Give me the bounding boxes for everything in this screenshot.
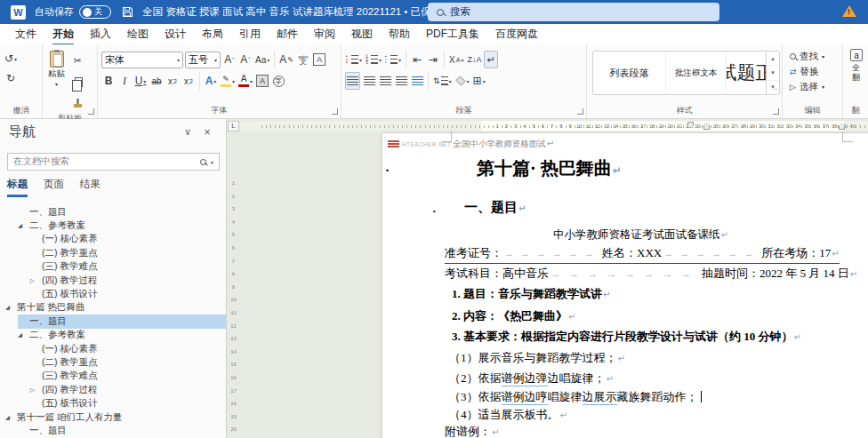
underline-button[interactable]: U▾ bbox=[133, 72, 148, 90]
nav-tree-item[interactable]: (二) 教学重点 bbox=[0, 246, 226, 259]
nav-tree-item[interactable]: ▷(四) 教学过程 bbox=[0, 274, 226, 287]
vertical-ruler[interactable]: 1 2 3 4 5 6 7 8 9 10 11 12 13 14 15 16 1… bbox=[229, 135, 238, 438]
replace-button[interactable]: ⇄替换 bbox=[783, 64, 842, 79]
horizontal-ruler[interactable]: 1234567891011121314151617181920212223242… bbox=[240, 121, 868, 131]
bold-button[interactable]: B bbox=[101, 72, 116, 90]
warning-icon[interactable] bbox=[842, 5, 856, 17]
menu-tab-插入[interactable]: 插入 bbox=[82, 23, 119, 46]
nav-pane-close-icon[interactable]: × bbox=[197, 125, 217, 139]
align-center-button[interactable] bbox=[362, 72, 376, 90]
nav-tree-item[interactable]: ▷(四) 教学过程 bbox=[0, 383, 226, 396]
distribute-button[interactable] bbox=[410, 72, 424, 90]
justify-button[interactable] bbox=[394, 72, 408, 90]
character-shading-button[interactable]: A bbox=[255, 72, 269, 90]
nav-tree-item[interactable]: ◢二、参考教案 bbox=[0, 329, 226, 342]
menu-tab-绘图[interactable]: 绘图 bbox=[119, 23, 157, 46]
asian-layout-button[interactable]: XA▾ bbox=[448, 51, 464, 68]
nav-tab-pages[interactable]: 页面 bbox=[44, 178, 64, 197]
multilevel-list-button[interactable]: ▪▫▫▾ bbox=[384, 51, 402, 68]
paste-button[interactable]: 粘贴 ▾ bbox=[43, 49, 70, 112]
save-icon[interactable] bbox=[122, 6, 133, 18]
nav-tree-item[interactable]: 一、题目 bbox=[0, 424, 226, 437]
nav-tab-results[interactable]: 结果 bbox=[80, 178, 100, 197]
bullets-button[interactable]: •••▾ bbox=[345, 51, 363, 68]
menu-tab-帮助[interactable]: 帮助 bbox=[381, 23, 418, 46]
nav-tree-item[interactable]: ◢第十篇 热巴舞曲 bbox=[0, 301, 226, 315]
gallery-down-icon[interactable]: ▼ bbox=[767, 66, 779, 80]
nav-tree-item[interactable]: (五) 板书设计 bbox=[0, 396, 226, 410]
menu-tab-开始[interactable]: 开始 bbox=[44, 23, 82, 46]
autosave-toggle[interactable]: 关 bbox=[79, 5, 111, 19]
font-color-button[interactable]: A▾ bbox=[237, 72, 253, 90]
nav-tree-item[interactable]: (三) 教学难点 bbox=[0, 260, 226, 274]
menu-tab-视图[interactable]: 视图 bbox=[343, 23, 381, 46]
grow-font-button[interactable]: Aˆ bbox=[222, 51, 237, 68]
nav-tree-item[interactable]: ◢二、参考教案 bbox=[0, 219, 226, 232]
menu-tab-审阅[interactable]: 审阅 bbox=[306, 23, 343, 46]
nav-tree-item[interactable]: (二) 教学重点 bbox=[0, 355, 226, 369]
nav-tree-item[interactable]: (五) 板书设计 bbox=[0, 287, 226, 300]
sort-button[interactable]: Z↓A bbox=[466, 51, 482, 68]
style-item[interactable]: 试题正 bbox=[727, 52, 766, 94]
collapse-icon[interactable]: ◢ bbox=[5, 414, 17, 421]
find-button[interactable]: 查找▾ bbox=[783, 49, 842, 64]
strikethrough-button[interactable]: ab bbox=[149, 72, 164, 90]
font-dialog-launcher[interactable] bbox=[332, 108, 338, 115]
nav-pane-options-icon[interactable]: ∨ bbox=[178, 126, 197, 138]
phonetic-guide-button[interactable]: wén文 bbox=[296, 51, 310, 68]
cut-button[interactable]: ✂ bbox=[70, 52, 84, 69]
borders-button[interactable]: ⊞▾ bbox=[472, 72, 486, 90]
font-name-combo[interactable]: 宋体▾ bbox=[101, 52, 183, 68]
enclose-characters-button[interactable]: 字 bbox=[271, 72, 285, 90]
clipboard-dialog-launcher[interactable] bbox=[88, 108, 94, 115]
nav-tree-item[interactable]: ◢第十一篇 咱们工人有力量 bbox=[0, 410, 226, 424]
nav-search-dropdown-icon[interactable]: ▾ bbox=[211, 159, 213, 165]
collapse-icon[interactable]: ◢ bbox=[18, 222, 29, 229]
translate-icon[interactable]: a bbox=[850, 49, 863, 61]
menu-tab-布局[interactable]: 布局 bbox=[194, 23, 231, 46]
superscript-button[interactable]: x2 bbox=[181, 72, 196, 90]
collapse-icon[interactable]: ◢ bbox=[5, 304, 17, 311]
change-case-button[interactable]: Aa▾ bbox=[254, 51, 270, 68]
nav-search-input[interactable]: 在文档中搜索 ▾ bbox=[7, 153, 220, 171]
gallery-up-icon[interactable]: ▲ bbox=[767, 52, 779, 66]
document-page[interactable]: HTEACHER.NET全国中小学教师资格面试↵ · 第十篇· 热巴舞曲↵ · … bbox=[382, 133, 868, 438]
nav-tree-item[interactable]: (三) 教学难点 bbox=[0, 370, 226, 383]
subscript-button[interactable]: x2 bbox=[165, 72, 180, 90]
show-hide-marks-button[interactable]: ↵ bbox=[484, 51, 498, 68]
titlebar-search-box[interactable]: 搜索 bbox=[428, 3, 719, 21]
character-border-button[interactable]: A bbox=[312, 51, 326, 68]
menu-tab-邮件[interactable]: 邮件 bbox=[269, 23, 306, 46]
undo-button[interactable]: ↺▾ bbox=[4, 50, 18, 68]
menu-tab-PDF工具集[interactable]: PDF工具集 bbox=[418, 23, 487, 46]
menu-tab-百度网盘[interactable]: 百度网盘 bbox=[487, 23, 546, 46]
numbering-button[interactable]: 123▾ bbox=[365, 51, 382, 68]
style-item[interactable]: 列表段落 bbox=[593, 52, 666, 94]
menu-tab-引用[interactable]: 引用 bbox=[231, 23, 269, 46]
italic-button[interactable]: I bbox=[117, 72, 132, 90]
menu-tab-设计[interactable]: 设计 bbox=[157, 23, 194, 46]
align-right-button[interactable] bbox=[378, 72, 392, 90]
align-left-button[interactable] bbox=[345, 72, 360, 90]
increase-indent-button[interactable]: ⇥ bbox=[426, 51, 440, 68]
nav-tree-item[interactable]: (一) 核心素养 bbox=[0, 233, 226, 246]
redo-button[interactable]: ↻ bbox=[4, 69, 18, 87]
shading-button[interactable]: ▾ bbox=[454, 72, 470, 90]
highlight-color-button[interactable]: ✎▾ bbox=[220, 72, 236, 90]
nav-tree-item[interactable]: 一、题目 bbox=[0, 315, 226, 328]
copy-button[interactable] bbox=[70, 73, 84, 91]
clear-formatting-button[interactable]: A✎ bbox=[278, 51, 294, 68]
collapse-icon[interactable]: ◢ bbox=[18, 331, 29, 338]
nav-tree-item[interactable]: 一、题目 bbox=[0, 205, 226, 219]
expand-icon[interactable]: ▷ bbox=[30, 386, 42, 394]
nav-tab-headings[interactable]: 标题 bbox=[7, 178, 28, 197]
expand-icon[interactable]: ▷ bbox=[30, 277, 42, 284]
decrease-indent-button[interactable]: ⇤ bbox=[410, 51, 424, 68]
document-title[interactable]: 全国 资格证 授课 面试 高中 音乐 试讲题库梳理 20221121 • 已保存… bbox=[142, 5, 436, 19]
paragraph-dialog-launcher[interactable] bbox=[577, 108, 583, 115]
select-button[interactable]: ▷选择▾ bbox=[783, 79, 842, 94]
tab-selector[interactable]: L bbox=[228, 121, 239, 131]
styles-dialog-launcher[interactable] bbox=[773, 108, 779, 115]
menu-tab-文件[interactable]: 文件 bbox=[7, 23, 44, 46]
format-painter-button[interactable] bbox=[70, 94, 84, 112]
